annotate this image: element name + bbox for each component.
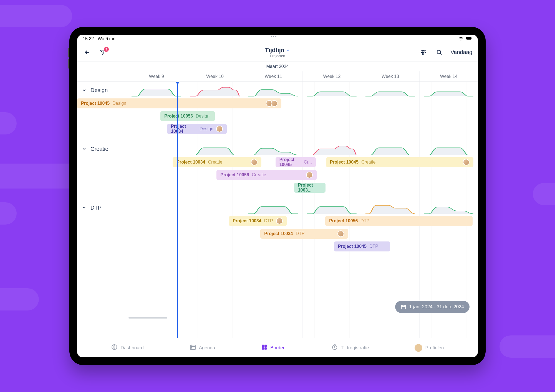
wifi-icon <box>458 35 464 42</box>
project-bar[interactable]: Project 10045DTP <box>334 241 390 251</box>
group-header-design[interactable]: Design <box>77 82 478 98</box>
svg-rect-13 <box>262 345 264 347</box>
today-button[interactable]: Vandaag <box>450 49 472 55</box>
project-bar[interactable]: Project 10056DTP <box>325 216 473 226</box>
bar-project-label: Project 10034 <box>171 124 197 134</box>
globe-icon <box>111 344 118 352</box>
bar-avatars <box>276 218 283 224</box>
avatar <box>276 218 283 224</box>
bar-avatars <box>337 230 344 237</box>
bar-phase-label: Creatie <box>252 172 266 177</box>
project-bar[interactable]: Project 10034DTP <box>260 229 348 239</box>
timeline[interactable]: DesignProject 10045DesignProject 10056De… <box>77 82 478 338</box>
bar-phase-label: DTP <box>360 218 369 223</box>
chevron-down-icon <box>82 146 87 151</box>
scrollbar[interactable] <box>128 317 167 319</box>
svg-rect-16 <box>264 347 267 350</box>
bar-project-label: Project 10056 <box>164 114 193 119</box>
filter-badge: 3 <box>104 47 109 52</box>
avatar <box>216 126 223 132</box>
date-range-label: 1 jan. 2024 - 31 dec. 2024 <box>409 304 464 310</box>
avatar <box>251 159 258 166</box>
project-bar[interactable]: Project 10034Creatie <box>173 157 261 167</box>
date-range-pill[interactable]: 1 jan. 2024 - 31 dec. 2024 <box>395 301 470 313</box>
bar-project-label: Project 1003... <box>298 183 322 193</box>
grid-icon <box>261 344 268 352</box>
bar-phase-label: Creatie <box>208 160 223 165</box>
bar-phase-label: Design <box>196 114 210 119</box>
nav-item-borden[interactable]: Borden <box>261 344 286 352</box>
svg-point-5 <box>424 52 425 53</box>
bar-avatars <box>306 172 313 178</box>
filter-button[interactable]: 3 <box>98 48 107 57</box>
project-bar[interactable]: Project 10034DTP <box>229 216 287 226</box>
project-bar[interactable]: Project 10034Design <box>167 124 227 134</box>
bar-avatars <box>216 126 223 132</box>
weeks-header: Week 9Week 10Week 11Week 12Week 13Week 1… <box>77 71 478 82</box>
bar-project-label: Project 10045 <box>279 157 301 167</box>
search-button[interactable] <box>435 48 444 57</box>
week-header-1: Week 10 <box>186 71 244 82</box>
nav-label: Agenda <box>199 345 215 351</box>
avatar <box>337 230 344 237</box>
svg-point-12 <box>191 348 192 348</box>
nav-item-dashboard[interactable]: Dashboard <box>111 344 143 352</box>
bar-phase-label: Design <box>200 126 213 131</box>
settings-button[interactable] <box>419 48 428 57</box>
bar-project-label: Project 10034 <box>264 231 293 236</box>
bar-avatars <box>463 159 470 166</box>
svg-point-3 <box>422 50 423 51</box>
drag-handle-icon <box>271 36 284 37</box>
bar-avatars <box>266 100 278 107</box>
project-bar[interactable]: Project 1003... <box>294 183 326 193</box>
group-title: DTP <box>90 205 102 211</box>
profile-avatar-icon <box>415 344 422 352</box>
svg-rect-11 <box>190 345 195 350</box>
page-subtitle: Projecten <box>270 54 285 58</box>
svg-rect-14 <box>264 345 267 347</box>
svg-rect-0 <box>466 37 471 39</box>
svg-point-7 <box>422 54 423 55</box>
bar-project-label: Project 10034 <box>233 218 261 223</box>
project-bar[interactable]: Project 10056Design <box>160 111 215 121</box>
top-nav: 3 Tijdlijn Projecten Vandaag <box>77 43 478 62</box>
svg-rect-15 <box>262 347 264 350</box>
avatar <box>306 172 313 178</box>
nav-item-profielen[interactable]: Profielen <box>415 344 444 352</box>
week-header-2: Week 11 <box>244 71 302 82</box>
week-header-4: Week 13 <box>361 71 420 82</box>
calendar-icon <box>190 344 196 352</box>
bar-phase-label: Cr... <box>304 160 312 165</box>
bar-project-label: Project 10056 <box>329 218 358 223</box>
nav-label: Dashboard <box>120 345 143 351</box>
group-header-creatie[interactable]: Creatie <box>77 141 478 157</box>
project-bar[interactable]: Project 10056Creatie <box>216 170 316 180</box>
status-time: 15:22 <box>83 36 94 41</box>
bottom-nav: DashboardAgendaBordenTijdregistratieProf… <box>77 338 478 357</box>
bar-project-label: Project 10045 <box>338 244 367 249</box>
bar-phase-label: Creatie <box>361 160 376 165</box>
bar-project-label: Project 10045 <box>330 160 359 165</box>
avatar <box>271 100 278 107</box>
svg-rect-1 <box>472 38 472 39</box>
project-bar[interactable]: Project 10045Creatie <box>326 157 473 167</box>
bar-phase-label: DTP <box>296 231 305 236</box>
bar-phase-label: DTP <box>369 244 378 249</box>
svg-point-8 <box>437 50 441 54</box>
group-header-dtp[interactable]: DTP <box>77 199 478 216</box>
tablet-frame: 15:22 Wo 6 mrt. 3 <box>69 27 486 365</box>
nav-label: Borden <box>270 345 286 351</box>
back-button[interactable] <box>83 48 92 57</box>
project-bar[interactable]: Project 10045Cr... <box>276 157 316 167</box>
bar-project-label: Project 10045 <box>81 101 110 106</box>
month-header: Maart 2024 <box>77 62 478 71</box>
week-header-0: Week 9 <box>127 71 186 82</box>
nav-label: Profielen <box>425 345 444 351</box>
timer-icon <box>331 344 338 352</box>
page-title[interactable]: Tijdlijn <box>265 47 290 54</box>
nav-item-tijdregistratie[interactable]: Tijdregistratie <box>331 344 369 352</box>
svg-rect-9 <box>402 305 406 309</box>
project-bar[interactable]: Project 10045Design <box>77 98 281 108</box>
bar-avatars <box>251 159 258 166</box>
nav-item-agenda[interactable]: Agenda <box>190 344 215 352</box>
